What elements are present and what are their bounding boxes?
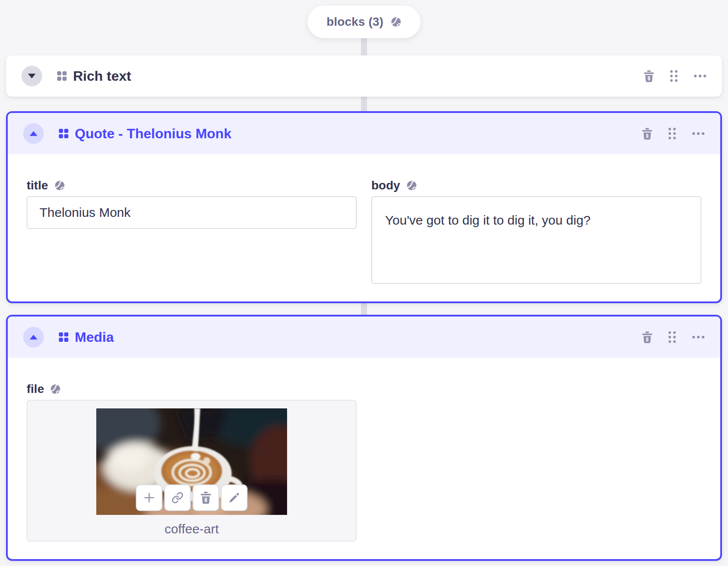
- media-asset-photo: [96, 408, 287, 515]
- more-options-icon: [692, 335, 705, 339]
- block-connector: [361, 302, 367, 316]
- more-options-button[interactable]: [692, 132, 705, 135]
- globe-icon: [390, 16, 401, 27]
- edit-asset-button[interactable]: [221, 484, 248, 511]
- more-options-button[interactable]: [694, 74, 707, 78]
- block-actions: [644, 70, 707, 82]
- field-label-text: title: [27, 178, 48, 193]
- file-field-group: file: [27, 382, 701, 542]
- block-actions: [642, 331, 705, 344]
- trash-icon: [644, 70, 654, 82]
- blocks-count-label: blocks (3): [327, 15, 384, 29]
- more-options-icon: [692, 132, 705, 135]
- block-title: Quote - Thelonius Monk: [75, 126, 231, 142]
- media-asset-filename: coffee-art: [165, 522, 219, 536]
- blocks-count-pill: blocks (3): [308, 6, 421, 38]
- add-asset-button[interactable]: [136, 484, 162, 511]
- drag-block-handle[interactable]: [670, 70, 678, 82]
- trash-icon: [200, 492, 212, 504]
- trash-icon: [642, 332, 652, 343]
- link-icon: [171, 492, 184, 504]
- trash-icon: [642, 128, 652, 140]
- block-title: Media: [75, 329, 114, 345]
- body-field-group: body You've got to dig it to dig it, you…: [371, 178, 701, 286]
- field-label-text: body: [371, 178, 400, 193]
- field-label-text: file: [27, 382, 44, 396]
- block-actions: [642, 127, 705, 140]
- block-header: Quote - Thelonius Monk: [8, 113, 720, 154]
- field-label-body: body: [371, 178, 701, 193]
- delete-block-button[interactable]: [642, 332, 652, 343]
- field-label-file: file: [27, 382, 701, 396]
- drag-block-handle[interactable]: [668, 127, 676, 140]
- media-asset-card: coffee-art: [27, 400, 357, 542]
- media-actions-toolbar: [136, 484, 248, 511]
- title-field-group: title: [27, 178, 357, 286]
- delete-block-button[interactable]: [644, 70, 654, 82]
- block-media: Media file: [6, 315, 722, 561]
- globe-icon: [50, 383, 61, 395]
- chevron-up-icon: [29, 335, 38, 340]
- globe-icon: [54, 180, 65, 191]
- blocks-icon: [58, 128, 69, 139]
- drag-block-handle[interactable]: [668, 331, 676, 344]
- copy-link-button[interactable]: [164, 484, 191, 511]
- delete-asset-button[interactable]: [193, 484, 219, 511]
- globe-icon: [406, 180, 417, 191]
- collapse-block-button[interactable]: [23, 123, 44, 144]
- body-textarea[interactable]: You've got to dig it to dig it, you dig?: [371, 196, 701, 284]
- collapse-block-button[interactable]: [23, 327, 44, 347]
- drag-handle-icon: [668, 331, 676, 344]
- block-header: Rich text: [6, 55, 722, 97]
- block-connector: [361, 95, 367, 113]
- title-input[interactable]: [27, 196, 357, 229]
- block-content: file: [8, 358, 720, 542]
- block-rich-text: Rich text: [6, 55, 722, 97]
- blocks-icon: [58, 332, 69, 342]
- chevron-down-icon: [28, 73, 36, 79]
- delete-block-button[interactable]: [642, 128, 652, 140]
- expand-block-button[interactable]: [21, 66, 42, 86]
- plus-icon: [143, 492, 155, 504]
- blocks-icon: [57, 71, 67, 81]
- chevron-up-icon: [29, 131, 38, 136]
- more-options-button[interactable]: [692, 335, 705, 339]
- drag-handle-icon: [668, 127, 676, 140]
- drag-handle-icon: [670, 70, 678, 82]
- block-connector: [361, 37, 367, 57]
- block-quote: Quote - Thelonius Monk title body You've…: [6, 111, 722, 303]
- block-title: Rich text: [73, 68, 131, 84]
- pencil-icon: [228, 492, 240, 504]
- more-options-icon: [694, 74, 707, 78]
- block-header: Media: [8, 316, 720, 358]
- field-label-title: title: [27, 178, 357, 193]
- block-content: title body You've got to dig it to dig i…: [8, 154, 720, 286]
